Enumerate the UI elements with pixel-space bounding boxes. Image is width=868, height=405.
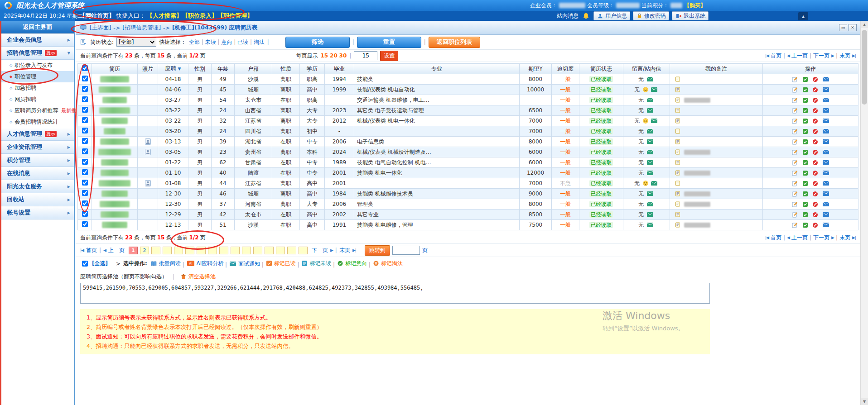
- set-button[interactable]: 设置: [380, 51, 398, 61]
- row-checkbox[interactable]: [82, 76, 88, 81]
- note-icon[interactable]: [675, 76, 680, 82]
- edit-icon[interactable]: [792, 170, 798, 176]
- scrollbar-thumb[interactable]: [862, 30, 867, 105]
- message-envelope-icon[interactable]: [647, 98, 653, 102]
- selection-pool-textarea[interactable]: 599415,261590,70553,629005,604857,593227…: [80, 283, 710, 304]
- send-message-icon[interactable]: [823, 202, 829, 206]
- resume-name-blurred[interactable]: [100, 138, 129, 145]
- edit-icon[interactable]: [792, 97, 798, 103]
- last-page-link[interactable]: 末页: [839, 52, 850, 60]
- send-message-icon[interactable]: [823, 77, 829, 81]
- read-icon[interactable]: [802, 118, 808, 124]
- page-box-empty[interactable]: [265, 247, 274, 254]
- op-interview-notice[interactable]: 面试通知: [229, 260, 260, 268]
- message-envelope-icon[interactable]: [647, 139, 653, 144]
- edit-icon[interactable]: [792, 160, 798, 166]
- reject-icon[interactable]: [812, 129, 818, 134]
- page-box-empty[interactable]: [185, 247, 194, 254]
- read-icon[interactable]: [802, 160, 808, 166]
- op-mark-intent[interactable]: 标记意向: [337, 260, 367, 267]
- reject-icon[interactable]: [812, 201, 818, 207]
- row-checkbox[interactable]: [82, 86, 88, 92]
- note-icon[interactable]: [675, 97, 680, 103]
- note-icon[interactable]: [675, 212, 680, 217]
- row-checkbox[interactable]: [82, 211, 88, 217]
- reject-icon[interactable]: [812, 160, 818, 166]
- jump-to-button[interactable]: 跳转到: [365, 245, 390, 256]
- edit-icon[interactable]: [792, 181, 798, 186]
- close-icon[interactable]: ✕: [849, 24, 857, 31]
- resume-name-blurred[interactable]: [101, 170, 129, 176]
- row-checkbox[interactable]: [82, 148, 88, 154]
- reject-icon[interactable]: [812, 108, 818, 114]
- op-batch-read[interactable]: 批量阅读: [150, 260, 181, 267]
- reset-button[interactable]: 重置: [357, 37, 421, 48]
- page-box-empty[interactable]: [174, 247, 183, 254]
- prev-page-link[interactable]: 上一页: [108, 247, 125, 254]
- resume-name-blurred[interactable]: [99, 107, 130, 114]
- message-envelope-icon[interactable]: [647, 223, 653, 227]
- read-icon[interactable]: [802, 87, 808, 93]
- logout-button[interactable]: 退出系统: [672, 11, 709, 20]
- message-envelope-icon[interactable]: [647, 171, 653, 175]
- send-message-icon[interactable]: [823, 108, 829, 113]
- last-page-link[interactable]: 末页: [839, 234, 850, 242]
- sidebar-item-sunshine-taicang-service[interactable]: 阳光太仓服务▶: [1, 180, 74, 193]
- message-envelope-icon[interactable]: [647, 191, 653, 196]
- send-message-icon[interactable]: [823, 181, 829, 186]
- resume-name-blurred[interactable]: [100, 201, 130, 207]
- reject-icon[interactable]: [812, 76, 818, 82]
- send-message-icon[interactable]: [823, 150, 829, 154]
- scroll-down-icon[interactable]: ▼: [861, 398, 868, 405]
- sidebar-item-member-info[interactable]: 企业会员信息▶: [1, 33, 74, 47]
- note-icon[interactable]: [675, 118, 680, 124]
- page-box-empty[interactable]: [287, 247, 296, 254]
- read-icon[interactable]: [802, 76, 808, 82]
- message-envelope-icon[interactable]: [647, 129, 653, 133]
- send-message-icon[interactable]: [823, 160, 829, 165]
- row-checkbox[interactable]: [82, 221, 88, 227]
- message-envelope-icon[interactable]: [647, 150, 653, 154]
- next-page-link[interactable]: 下一页: [813, 52, 829, 60]
- edit-icon[interactable]: [792, 76, 798, 82]
- per-page-input[interactable]: [354, 51, 377, 60]
- send-message-icon[interactable]: [823, 191, 829, 196]
- read-icon[interactable]: [802, 108, 808, 114]
- send-message-icon[interactable]: [823, 139, 829, 144]
- resume-name-blurred[interactable]: [100, 76, 129, 82]
- reject-icon[interactable]: [812, 118, 818, 124]
- resume-name-blurred[interactable]: [101, 159, 128, 166]
- quick-link-1[interactable]: 【职位录入】: [182, 12, 217, 19]
- prev-page-link[interactable]: 上一页: [791, 52, 808, 60]
- send-message-icon[interactable]: [823, 98, 829, 102]
- quick-option-4[interactable]: 淘汰: [254, 39, 265, 45]
- first-page-link[interactable]: 首页: [771, 52, 781, 60]
- message-envelope-icon[interactable]: [647, 77, 653, 81]
- reject-icon[interactable]: [812, 170, 818, 176]
- smiley-icon[interactable]: [643, 87, 648, 92]
- next-page-link[interactable]: 下一页: [813, 234, 829, 242]
- vertical-scrollbar[interactable]: ▲ ▼: [860, 21, 868, 405]
- sidebar-subitem-web-member-recruit[interactable]: ◇网员招聘: [1, 94, 74, 105]
- message-envelope-icon[interactable]: [647, 212, 653, 217]
- edit-icon[interactable]: [792, 212, 798, 218]
- note-icon[interactable]: [675, 149, 680, 155]
- batch-select-all-checkbox[interactable]: [82, 261, 88, 267]
- edit-icon[interactable]: [792, 108, 798, 114]
- resume-name-blurred[interactable]: [99, 86, 130, 93]
- message-envelope-icon[interactable]: [647, 160, 653, 165]
- note-icon[interactable]: [675, 160, 680, 165]
- row-checkbox[interactable]: [82, 169, 88, 175]
- per-page-option-20[interactable]: 20: [330, 52, 338, 59]
- message-envelope-icon[interactable]: [651, 119, 657, 123]
- read-icon[interactable]: [802, 222, 808, 228]
- note-icon[interactable]: [675, 87, 680, 92]
- resume-name-blurred[interactable]: [104, 128, 125, 134]
- note-icon[interactable]: [675, 129, 680, 134]
- send-message-icon[interactable]: [823, 171, 829, 175]
- note-icon[interactable]: [675, 170, 680, 176]
- edit-icon[interactable]: [792, 129, 798, 134]
- breadcrumb-recruit[interactable]: [招聘信息管理]: [122, 24, 161, 32]
- read-icon[interactable]: [802, 149, 808, 155]
- photo-icon[interactable]: [145, 149, 151, 155]
